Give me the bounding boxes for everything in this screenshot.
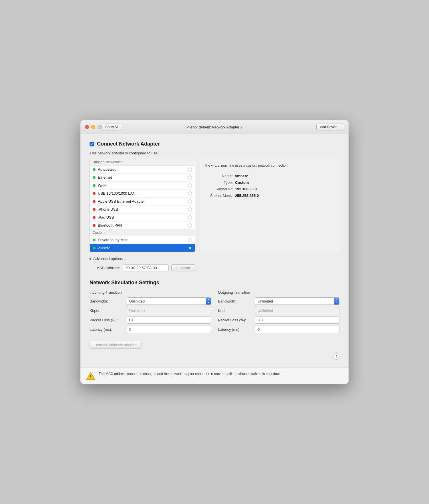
- subnet-mask-value: 255.255.255.0: [235, 193, 259, 198]
- radio-button[interactable]: [188, 223, 192, 227]
- list-item[interactable]: Autodetect: [90, 166, 195, 174]
- arrow-up-icon[interactable]: ▲: [207, 298, 210, 301]
- bandwidth-value: Unlimited: [127, 298, 206, 305]
- outgoing-bandwidth-select[interactable]: Unlimited ▲ ▼: [255, 297, 339, 305]
- info-subnet-ip-row: Subnet IP: 192.168.33.0: [204, 187, 335, 191]
- status-dot: [93, 184, 96, 187]
- kbps-label: Kbps:: [90, 309, 127, 313]
- advanced-toggle[interactable]: Advanced options: [90, 257, 339, 261]
- subtitle: This network adapter is configured to us…: [90, 151, 339, 155]
- close-button[interactable]: [85, 125, 89, 129]
- add-device-button[interactable]: Add Device...: [316, 124, 344, 130]
- list-item[interactable]: Bluetooth PAN: [90, 221, 195, 229]
- kbps-input: [127, 307, 211, 314]
- show-all-button[interactable]: Show All: [102, 124, 122, 130]
- incoming-kbps-field: Kbps:: [90, 307, 211, 314]
- type-label: Type:: [204, 180, 233, 185]
- item-label: Bluetooth PAN: [98, 223, 188, 227]
- incoming-bandwidth-field: Bandwidth: Unlimited ▲ ▼: [90, 297, 211, 305]
- info-subnet-mask-row: Subnet Mask: 255.255.255.0: [204, 193, 335, 198]
- outgoing-kbps-field: Kbps:: [218, 307, 339, 314]
- info-type-row: Type: Custom: [204, 180, 335, 185]
- warning-text: The MAC address cannot be changed and th…: [99, 371, 282, 376]
- status-dot: [93, 247, 96, 249]
- item-label: Wi-Fi: [98, 183, 188, 188]
- simulation-columns: Incoming Transition Bandwidth: Unlimited…: [90, 290, 339, 335]
- arrow-down-icon[interactable]: ▼: [207, 301, 210, 304]
- status-dot: [93, 176, 96, 179]
- list-item[interactable]: iPhone USB: [90, 205, 195, 213]
- incoming-packet-loss-field: Packet Loss (%):: [90, 316, 211, 324]
- item-label: iPad USB: [98, 215, 188, 219]
- list-item[interactable]: Private to my Mac: [90, 236, 195, 244]
- name-value: vmnet2: [235, 174, 248, 178]
- main-window: Show All xf-sbp: default: Network Adapte…: [80, 120, 349, 384]
- subnet-ip-label: Subnet IP:: [204, 187, 233, 191]
- arrow-down-icon[interactable]: ▼: [336, 301, 338, 304]
- list-item-selected[interactable]: vmnet2: [90, 244, 195, 252]
- traffic-lights: [85, 125, 102, 129]
- stepper-arrows[interactable]: ▲ ▼: [334, 298, 339, 305]
- remove-network-button: Remove Network Adapter: [90, 341, 141, 349]
- info-description: The virtual machine uses a custom networ…: [204, 163, 335, 168]
- status-dot: [93, 239, 96, 241]
- outgoing-latency-field: Latency (ms):: [218, 326, 339, 333]
- latency-input[interactable]: [255, 326, 339, 333]
- mac-address-input[interactable]: [123, 264, 169, 271]
- bandwidth-label: Bandwidth:: [218, 299, 255, 303]
- bridged-header: Bridged Networking: [90, 159, 195, 166]
- list-item[interactable]: Ethernet: [90, 174, 195, 182]
- item-label: USB 10/100/1000 LAN: [98, 191, 188, 195]
- main-panel: Bridged Networking Autodetect Ethernet W…: [90, 159, 339, 252]
- list-item[interactable]: Apple USB Ethernet Adapter: [90, 197, 195, 205]
- item-label: vmnet2: [98, 246, 188, 250]
- outgoing-bandwidth-field: Bandwidth: Unlimited ▲ ▼: [218, 297, 339, 305]
- outgoing-packet-loss-field: Packet Loss (%):: [218, 316, 339, 324]
- radio-button[interactable]: [188, 184, 192, 188]
- network-list: Bridged Networking Autodetect Ethernet W…: [90, 159, 195, 252]
- triangle-icon: [90, 257, 92, 260]
- item-label: Private to my Mac: [98, 238, 188, 242]
- arrow-up-icon[interactable]: ▲: [336, 298, 338, 301]
- generate-button: Generate: [171, 264, 195, 271]
- list-item[interactable]: Wi-Fi: [90, 182, 195, 189]
- incoming-bandwidth-select[interactable]: Unlimited ▲ ▼: [127, 297, 211, 305]
- item-label: iPhone USB: [98, 207, 188, 211]
- kbps-input: [255, 307, 339, 314]
- stepper-arrows[interactable]: ▲ ▼: [206, 298, 211, 305]
- bandwidth-label: Bandwidth:: [90, 299, 127, 303]
- status-dot: [93, 192, 96, 195]
- warning-icon: !: [86, 371, 95, 380]
- radio-button[interactable]: [188, 215, 192, 219]
- packet-loss-label: Packet Loss (%):: [90, 318, 127, 322]
- packet-loss-input[interactable]: [127, 316, 211, 324]
- help-button[interactable]: ?: [333, 353, 339, 360]
- radio-button[interactable]: [188, 199, 192, 203]
- info-name-row: Name: vmnet2: [204, 174, 335, 178]
- radio-button[interactable]: [188, 176, 192, 180]
- minimize-button[interactable]: [91, 125, 95, 129]
- simulation-section: Network Simulation Settings Incoming Tra…: [90, 280, 339, 360]
- radio-button[interactable]: [188, 191, 192, 195]
- subnet-ip-value: 192.168.33.0: [235, 187, 257, 191]
- radio-button[interactable]: [188, 238, 192, 242]
- type-value: Custom: [235, 180, 249, 185]
- radio-button[interactable]: [188, 207, 192, 211]
- status-dot: [93, 216, 96, 219]
- advanced-label: Advanced options: [93, 257, 123, 261]
- latency-label: Latency (ms):: [90, 327, 127, 332]
- latency-input[interactable]: [127, 326, 211, 333]
- packet-loss-input[interactable]: [255, 316, 339, 324]
- list-item[interactable]: iPad USB: [90, 213, 195, 221]
- packet-loss-label: Packet Loss (%):: [218, 318, 255, 322]
- mac-row: MAC Address: Generate: [96, 264, 339, 271]
- connect-checkbox[interactable]: [90, 142, 94, 146]
- svg-text:!: !: [90, 374, 91, 379]
- incoming-label: Incoming Transition: [90, 290, 211, 295]
- list-item[interactable]: USB 10/100/1000 LAN: [90, 189, 195, 197]
- radio-button-selected[interactable]: [188, 246, 192, 250]
- help-row: ?: [90, 353, 339, 360]
- status-dot: [93, 168, 96, 171]
- maximize-button[interactable]: [98, 125, 102, 129]
- radio-button[interactable]: [188, 168, 192, 172]
